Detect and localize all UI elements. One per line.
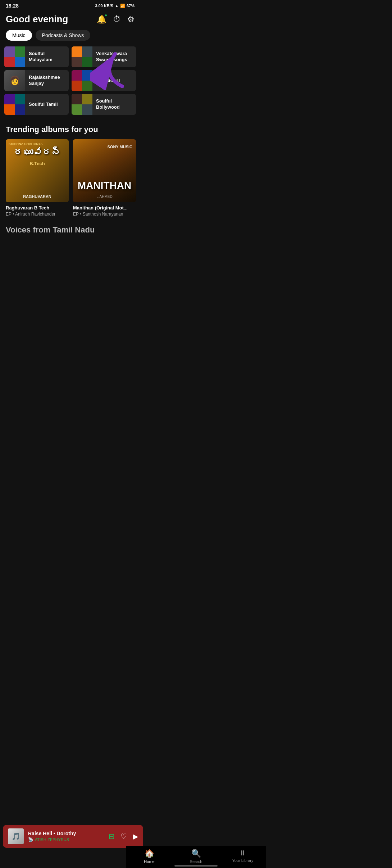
- thumb-cell: [82, 57, 92, 67]
- quick-pick-soulful-tamil[interactable]: Soulful Tamil: [4, 94, 69, 115]
- quick-pick-label: Devotional: [92, 78, 123, 84]
- thumb-cell: [82, 46, 92, 57]
- tabs: Music Podcasts & Shows: [0, 30, 140, 46]
- wifi-icon: ▲: [115, 4, 119, 8]
- quick-pick-label: Soulful Tamil: [25, 101, 61, 108]
- quick-pick-label: Rajalakshmee Sanjay: [25, 74, 69, 87]
- greeting: Good evening: [6, 14, 68, 25]
- trending-section-title: Trending albums for you: [0, 122, 140, 139]
- voices-section-title: Voices from Tamil Nadu: [0, 222, 140, 236]
- thumb-cell: [72, 81, 82, 91]
- album-name: Manithan (Original Mot...: [73, 205, 136, 211]
- settings-icon: ⚙: [127, 15, 135, 24]
- thumb-cell: [4, 57, 15, 67]
- quick-pick-label: Soulful Bollywood: [92, 98, 136, 110]
- album-meta: EP • Santhosh Narayanan: [73, 212, 136, 217]
- music-tab[interactable]: Music: [6, 30, 32, 41]
- quick-pick-devotional[interactable]: Devotional: [72, 70, 136, 91]
- quick-pick-label: Venkateswara Swamy songs: [92, 51, 136, 63]
- quick-pick-thumb: [72, 94, 92, 115]
- thumb-cell: [82, 94, 92, 104]
- quick-pick-label: Soulful Malayalam: [25, 51, 69, 63]
- header: Good evening 🔔 ⏱ ⚙: [0, 10, 140, 30]
- thumb-cell: [4, 104, 15, 115]
- thumb-cell: [15, 57, 25, 67]
- thumb-cell: [72, 70, 82, 81]
- podcasts-tab[interactable]: Podcasts & Shows: [36, 30, 91, 41]
- header-icons: 🔔 ⏱ ⚙: [97, 15, 135, 24]
- quick-pick-thumb: [4, 94, 25, 115]
- status-indicators: 3.00 KB/S ▲ 📶 67%: [95, 4, 135, 8]
- quick-pick-thumb: [4, 46, 25, 67]
- thumb-cell: [82, 81, 92, 91]
- network-speed: 3.00 KB/S: [95, 4, 113, 8]
- thumb-cell: [82, 104, 92, 115]
- settings-button[interactable]: ⚙: [127, 15, 135, 24]
- history-button[interactable]: ⏱: [113, 15, 121, 24]
- battery: 67%: [127, 4, 135, 8]
- history-icon: ⏱: [113, 15, 121, 24]
- thumb-cell: [72, 104, 82, 115]
- quick-pick-venkateswara[interactable]: Venkateswara Swamy songs: [72, 46, 136, 67]
- album-card-manithan[interactable]: MANITHAN L.AHMED SONY MUSIC Manithan (Or…: [73, 139, 136, 217]
- quick-pick-rajalakshmee[interactable]: 👩 Rajalakshmee Sanjay: [4, 70, 69, 91]
- thumb-cell: [15, 104, 25, 115]
- albums-scroll: KRISHNA CHAITANYA రఘువరన్ B.Tech RAGHUVA…: [0, 139, 140, 222]
- album-art-manithan: MANITHAN L.AHMED SONY MUSIC: [73, 139, 136, 202]
- time: 18:28: [6, 3, 19, 9]
- thumb-cell: [72, 94, 82, 104]
- quick-pick-thumb: 👩: [4, 70, 25, 91]
- notifications-button[interactable]: 🔔: [97, 15, 106, 24]
- quick-pick-soulful-malayalam[interactable]: Soulful Malayalam: [4, 46, 69, 67]
- thumb-cell: [15, 94, 25, 104]
- album-meta: EP • Anirudh Ravichander: [6, 212, 69, 217]
- thumb-cell: [72, 57, 82, 67]
- album-card-raghuvaran[interactable]: KRISHNA CHAITANYA రఘువరన్ B.Tech RAGHUVA…: [6, 139, 69, 217]
- quick-picks-grid: Soulful Malayalam Venkateswara Swamy son…: [0, 46, 140, 122]
- quick-pick-thumb: [72, 70, 92, 91]
- thumb-cell: [4, 46, 15, 57]
- notification-dot: [105, 14, 107, 17]
- thumb-cell: [4, 94, 15, 104]
- thumb-cell: [82, 70, 92, 81]
- status-bar: 18:28 3.00 KB/S ▲ 📶 67%: [0, 0, 140, 10]
- quick-pick-soulful-bollywood[interactable]: Soulful Bollywood: [72, 94, 136, 115]
- album-art-raghuvaran: KRISHNA CHAITANYA రఘువరన్ B.Tech RAGHUVA…: [6, 139, 69, 202]
- quick-pick-thumb: [72, 46, 92, 67]
- album-name: Raghuvaran B Tech: [6, 205, 69, 211]
- thumb-cell: [15, 46, 25, 57]
- thumb-cell: [72, 46, 82, 57]
- volte-icon: 📶: [120, 4, 125, 8]
